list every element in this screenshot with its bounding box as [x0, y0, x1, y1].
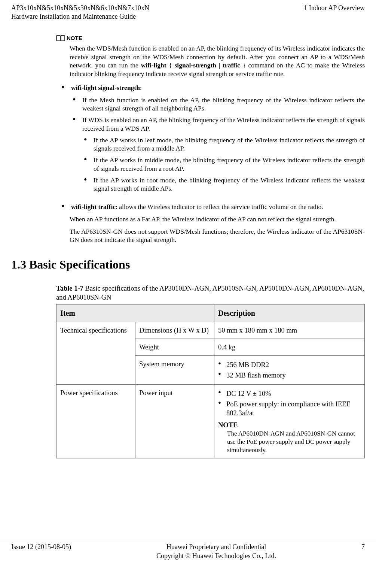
- note-label: NOTE: [67, 34, 82, 42]
- b1-sub2: If WDS is enabled on an AP, the blinking…: [82, 114, 365, 197]
- pipe: |: [216, 61, 223, 69]
- b1-sub2-b: If the AP works in middle mode, the blin…: [94, 154, 365, 175]
- memory-item-2: 32 MB flash memory: [226, 370, 361, 381]
- product-line: AP3x10xN&5x10xN&5x30xN&6x10xN&7x10xN: [11, 4, 149, 12]
- cell-memory-label: System memory: [135, 355, 214, 384]
- svg-rect-0: [56, 36, 60, 41]
- cell-weight-label: Weight: [135, 339, 214, 355]
- th-desc: Description: [214, 304, 365, 322]
- b1-sub2-c: If the AP works in root mode, the blinki…: [94, 175, 365, 195]
- cmd-traffic: traffic: [223, 61, 240, 69]
- page-header: AP3x10xN&5x10xN&5x30xN&6x10xN&7x10xN Har…: [0, 0, 376, 23]
- note-intro: When the WDS/Mesh function is enabled on…: [56, 42, 365, 78]
- cmd-wifi-light: wifi-light: [141, 61, 166, 69]
- b1-sub1: If the Mesh function is enabled on the A…: [82, 94, 365, 115]
- table-row: Technical specifications Dimensions (H x…: [56, 322, 365, 339]
- b2-text: : allows the Wireless indicator to refle…: [116, 203, 323, 210]
- cell-note-label: NOTE: [218, 421, 361, 430]
- cell-power-spec: Power specifications: [56, 384, 135, 458]
- cell-note-body: The AP6010DN-AGN and AP6010SN-GN cannot …: [218, 430, 361, 454]
- cell-power-input-label: Power input: [135, 384, 214, 458]
- cmd-signal-strength: signal-strength: [175, 61, 217, 69]
- b2-label: wifi-light traffic: [71, 203, 116, 210]
- table-caption-bold: Table 1-7: [56, 285, 83, 292]
- note-icon: [56, 34, 66, 42]
- cell-dimensions-label: Dimensions (H x W x D): [135, 322, 214, 339]
- memory-item-1: 256 MB DDR2: [226, 360, 361, 370]
- cell-weight-value: 0.4 kg: [214, 339, 365, 355]
- table-caption-text: Basic specifications of the AP3010DN-AGN…: [56, 285, 364, 301]
- power-item-2: PoE power supply: in compliance with IEE…: [226, 399, 361, 418]
- spec-table: Item Description Technical specification…: [56, 304, 365, 459]
- para-fat-ap: When an AP functions as a Fat AP, the Wi…: [56, 213, 365, 225]
- svg-rect-1: [61, 36, 65, 41]
- page-footer: Issue 12 (2015-08-05) Huawei Proprietary…: [0, 541, 376, 568]
- section-title: 1.3 Basic Specifications: [0, 246, 376, 276]
- doc-title: Hardware Installation and Maintenance Gu…: [11, 12, 149, 21]
- para-ap6310: The AP6310SN-GN does not support WDS/Mes…: [56, 225, 365, 246]
- brace-close: }: [240, 61, 248, 69]
- footer-copyright: Copyright © Huawei Technologies Co., Ltd…: [71, 552, 361, 560]
- footer-issue: Issue 12 (2015-08-05): [11, 543, 71, 551]
- footer-page-number: 7: [361, 543, 365, 551]
- table-row: Power specifications Power input DC 12 V…: [56, 384, 365, 458]
- cell-power-input-value: DC 12 V ± 10% PoE power supply: in compl…: [214, 384, 365, 458]
- b1-sub2-a: If the AP works in leaf mode, the blinki…: [94, 134, 365, 155]
- b1-suffix: :: [140, 84, 142, 91]
- bullet-traffic: wifi-light traffic: allows the Wireless …: [70, 201, 365, 213]
- b1-sub2-text: If WDS is enabled on an AP, the blinking…: [82, 116, 365, 132]
- cell-tech-spec: Technical specifications: [56, 322, 135, 384]
- chapter-title: 1 Indoor AP Overview: [304, 4, 365, 12]
- b1-label: wifi-light signal-strength: [71, 84, 140, 91]
- bullet-signal-strength: wifi-light signal-strength: If the Mesh …: [70, 82, 365, 201]
- th-item: Item: [56, 304, 214, 322]
- table-header-row: Item Description: [56, 304, 365, 322]
- footer-confidential: Huawei Proprietary and Confidential: [71, 543, 361, 551]
- cell-memory-value: 256 MB DDR2 32 MB flash memory: [214, 355, 365, 384]
- cell-dimensions-value: 50 mm x 180 mm x 180 mm: [214, 322, 365, 339]
- table-caption: Table 1-7 Basic specifications of the AP…: [0, 276, 376, 304]
- brace-open: {: [166, 61, 175, 69]
- power-item-1: DC 12 V ± 10%: [226, 388, 361, 399]
